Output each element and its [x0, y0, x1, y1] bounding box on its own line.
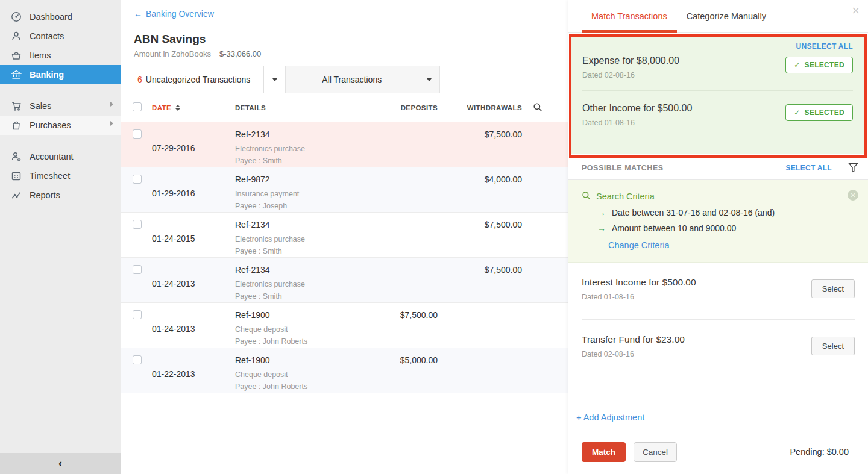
sidebar-item-purchases[interactable]: Purchases	[0, 116, 121, 135]
sidebar-item-reports[interactable]: Reports	[0, 186, 121, 205]
items-icon	[11, 50, 22, 61]
selected-button[interactable]: ✓ SELECTED	[785, 57, 853, 73]
column-header-date[interactable]: DATE	[152, 104, 235, 111]
deposit-amount	[347, 129, 438, 167]
select-all-checkbox[interactable]	[133, 102, 142, 111]
amount-value: $-33,066.00	[219, 49, 261, 58]
sidebar-item-label: Accountant	[30, 152, 74, 161]
transaction-payee: Payee : John Roberts	[235, 337, 347, 346]
table-row[interactable]: 01-24-2015 Ref-2134 Electronics purchase…	[121, 213, 568, 258]
row-checkbox[interactable]	[133, 355, 142, 364]
sidebar-item-dashboard[interactable]: Dashboard	[0, 7, 121, 27]
sidebar-item-label: Reports	[30, 190, 60, 200]
select-all-link[interactable]: SELECT ALL	[785, 164, 832, 172]
row-checkbox[interactable]	[133, 265, 142, 274]
filter-icon[interactable]	[848, 163, 858, 173]
all-transactions-dropdown-button[interactable]	[418, 66, 439, 93]
sidebar-item-sales[interactable]: Sales	[0, 96, 121, 116]
clear-criteria-icon[interactable]: ✕	[848, 190, 858, 201]
transaction-payee: Payee : Smith	[235, 247, 347, 255]
table-row[interactable]: 01-22-2013 Ref-1900 Cheque deposit Payee…	[121, 348, 568, 393]
deposit-amount	[347, 265, 438, 302]
row-checkbox[interactable]	[133, 175, 142, 184]
table-row[interactable]: 01-24-2013 Ref-2134 Electronics purchase…	[121, 258, 568, 303]
transaction-desc: Insurance payment	[235, 190, 347, 198]
possible-matches-header: POSSIBLE MATCHES SELECT ALL	[568, 156, 868, 180]
withdrawal-amount: $4,000.00	[438, 175, 522, 212]
row-checkbox[interactable]	[133, 310, 142, 319]
unselect-all-link[interactable]: UNSELECT ALL	[582, 42, 853, 51]
possible-matches-list: Interest Income for $500.00 Dated 01-08-…	[568, 263, 868, 376]
transaction-desc: Cheque deposit	[235, 370, 347, 379]
sidebar-collapse-button[interactable]: ‹	[0, 453, 121, 474]
column-header-withdrawals: WITHDRAWALS	[438, 104, 522, 111]
sort-icon	[175, 105, 180, 111]
table-row[interactable]: 07-29-2016 Ref-2134 Electronics purchase…	[121, 122, 568, 167]
sidebar-item-accountant[interactable]: Accountant	[0, 147, 121, 166]
sidebar-item-items[interactable]: Items	[0, 46, 121, 65]
cancel-button[interactable]: Cancel	[634, 442, 677, 462]
add-adjustment-link[interactable]: + Add Adjustment	[576, 413, 644, 422]
search-icon[interactable]	[533, 102, 542, 113]
withdrawal-amount	[438, 310, 522, 348]
match-panel: Match Transactions Categorize Manually ×…	[568, 0, 868, 474]
sidebar-item-label: Purchases	[30, 120, 71, 130]
transaction-ref: Ref-2134	[235, 265, 347, 275]
sidebar-item-timesheet[interactable]: Timesheet	[0, 166, 121, 186]
sidebar-item-label: Dashboard	[30, 12, 72, 22]
tab-all-transactions[interactable]: All Transactions	[286, 66, 440, 93]
sidebar-item-contacts[interactable]: Contacts	[0, 27, 121, 46]
chevron-right-icon	[110, 121, 113, 126]
select-button[interactable]: Select	[811, 337, 855, 355]
main-content: ← Banking Overview ABN Savings Amount in…	[121, 0, 568, 474]
chevron-down-icon	[272, 78, 277, 81]
contacts-icon	[11, 31, 22, 42]
chevron-down-icon	[427, 78, 432, 81]
change-criteria-link[interactable]: Change Criteria	[608, 240, 856, 250]
selected-matches-section: UNSELECT ALL Expense for $8,000.00 Dated…	[570, 34, 866, 154]
transaction-ref: Ref-1900	[235, 355, 347, 365]
deposit-amount	[347, 220, 438, 257]
transaction-payee: Payee : Smith	[235, 292, 347, 301]
back-to-banking-overview-link[interactable]: ← Banking Overview	[134, 9, 214, 19]
tab-match-transactions[interactable]: Match Transactions	[582, 0, 677, 32]
transaction-ref: Ref-2134	[235, 129, 347, 139]
reports-icon	[11, 190, 22, 201]
sidebar: Dashboard Contacts Items Banking	[0, 0, 121, 474]
transaction-ref: Ref-1900	[235, 310, 347, 320]
column-header-deposits: DEPOSITS	[347, 104, 438, 111]
match-button[interactable]: Match	[582, 442, 626, 462]
criteria-line: → Date between 31-07-16 and 02-08-16 (an…	[582, 208, 856, 217]
check-icon: ✓	[794, 108, 800, 117]
sidebar-item-label: Items	[30, 51, 51, 60]
criteria-line: → Amount between 10 and 9000.00	[582, 223, 856, 233]
transaction-payee: Payee : Smith	[235, 157, 347, 165]
row-checkbox[interactable]	[133, 129, 142, 139]
row-checkbox[interactable]	[133, 220, 142, 229]
dashboard-icon	[11, 11, 22, 22]
tab-categorize-manually[interactable]: Categorize Manually	[677, 0, 776, 32]
sidebar-item-banking[interactable]: Banking	[0, 65, 121, 84]
table-row[interactable]: 01-29-2016 Ref-9872 Insurance payment Pa…	[121, 167, 568, 213]
deposit-amount	[347, 175, 438, 212]
amount-label: Amount in ZohoBooks	[134, 49, 211, 58]
transaction-ref: Ref-2134	[235, 220, 347, 229]
table-header: DATE DETAILS DEPOSITS WITHDRAWALS	[121, 93, 568, 122]
transaction-payee: Payee : John Roberts	[235, 382, 347, 391]
column-header-details: DETAILS	[235, 104, 347, 111]
table-row[interactable]: 01-24-2013 Ref-1900 Cheque deposit Payee…	[121, 303, 568, 348]
banking-icon	[11, 69, 22, 80]
transaction-payee: Payee : Joseph	[235, 202, 347, 210]
tab-uncategorized-transactions[interactable]: 6 Uncategorized Transactions	[121, 66, 286, 93]
select-button[interactable]: Select	[811, 279, 855, 298]
accountant-icon	[11, 151, 22, 162]
arrow-right-icon: →	[597, 223, 606, 233]
selected-button[interactable]: ✓ SELECTED	[785, 104, 853, 121]
possible-match-item: Transfer Fund for $23.00 Dated 02-08-16 …	[582, 319, 855, 376]
uncategorized-dropdown-button[interactable]	[263, 66, 285, 93]
transaction-desc: Electronics purchase	[235, 280, 347, 288]
purchases-icon	[11, 120, 22, 131]
timesheet-icon	[11, 170, 22, 181]
close-icon[interactable]: ×	[852, 5, 860, 17]
sidebar-item-label: Timesheet	[30, 171, 70, 181]
